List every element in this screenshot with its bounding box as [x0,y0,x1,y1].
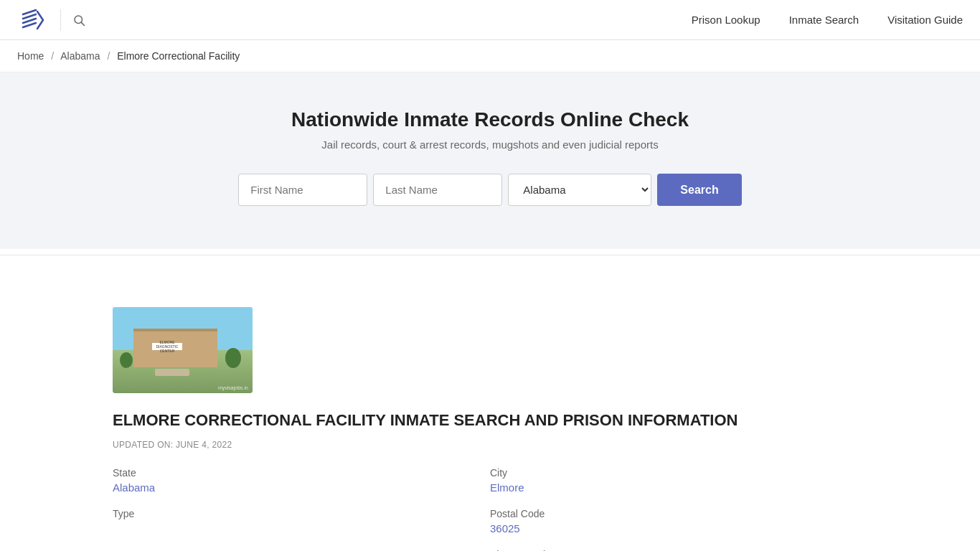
nav-visitation-guide[interactable]: Visitation Guide [887,14,963,26]
facility-image: ELMOREDIAGNOSTICCENTER myvisajobs.in [113,307,253,393]
city-label: City [490,467,867,479]
updated-date: UPDATED ON: JUNE 4, 2022 [113,440,867,450]
header-search-button[interactable] [60,9,90,31]
tree-left [120,352,133,368]
image-watermark: myvisajobs.in [218,385,248,390]
facility-image-inner: ELMOREDIAGNOSTICCENTER myvisajobs.in [113,307,253,393]
state-select[interactable]: Alabama Alaska Arizona Arkansas Californ… [508,174,651,206]
breadcrumb-sep-1: / [51,50,54,62]
type-label: Type [113,508,490,519]
facility-content: ELMOREDIAGNOSTICCENTER myvisajobs.in ELM… [95,278,885,551]
phone-label: Phone Number [490,549,867,551]
building-sign: ELMOREDIAGNOSTICCENTER [152,343,182,350]
inmate-search-form: Alabama Alaska Arizona Arkansas Californ… [17,174,963,206]
breadcrumb-state[interactable]: Alabama [60,50,100,62]
postal-label: Postal Code [490,508,867,519]
svg-line-6 [81,22,84,25]
walkway [155,369,190,376]
header-left [17,4,90,36]
facility-title: ELMORE CORRECTIONAL FACILITY INMATE SEAR… [113,410,867,431]
search-button[interactable]: Search [657,174,741,206]
facility-info-grid: State Alabama Type City Elmore Postal Co… [113,467,867,551]
state-label: State [113,467,490,479]
breadcrumb: Home / Alabama / Elmore Correctional Fac… [0,40,980,72]
postal-block: Postal Code 36025 [490,508,867,534]
nav-prison-lookup[interactable]: Prison Lookup [692,14,760,26]
first-name-input[interactable] [238,174,367,206]
breadcrumb-home[interactable]: Home [17,50,44,62]
hero-title: Nationwide Inmate Records Online Check [17,108,963,131]
breadcrumb-facility: Elmore Correctional Facility [117,50,240,62]
last-name-input[interactable] [373,174,502,206]
phone-block: Phone Number [490,549,867,551]
city-value[interactable]: Elmore [490,481,867,494]
logo[interactable] [17,4,49,36]
main-nav: Prison Lookup Inmate Search Visitation G… [692,14,963,26]
info-col-left: State Alabama Type [113,467,490,551]
breadcrumb-sep-2: / [107,50,110,62]
site-header: Prison Lookup Inmate Search Visitation G… [0,0,980,40]
hero-subtitle: Jail records, court & arrest records, mu… [17,138,963,151]
type-block: Type [113,508,490,519]
postal-value[interactable]: 36025 [490,522,867,534]
building-shape: ELMOREDIAGNOSTICCENTER [133,329,217,367]
nav-inmate-search[interactable]: Inmate Search [789,14,859,26]
section-divider [0,255,980,255]
info-col-right: City Elmore Postal Code 36025 Phone Numb… [490,467,867,551]
tree-right [225,348,241,368]
city-block: City Elmore [490,467,867,494]
state-block: State Alabama [113,467,490,494]
hero-section: Nationwide Inmate Records Online Check J… [0,72,980,249]
state-value[interactable]: Alabama [113,481,490,494]
